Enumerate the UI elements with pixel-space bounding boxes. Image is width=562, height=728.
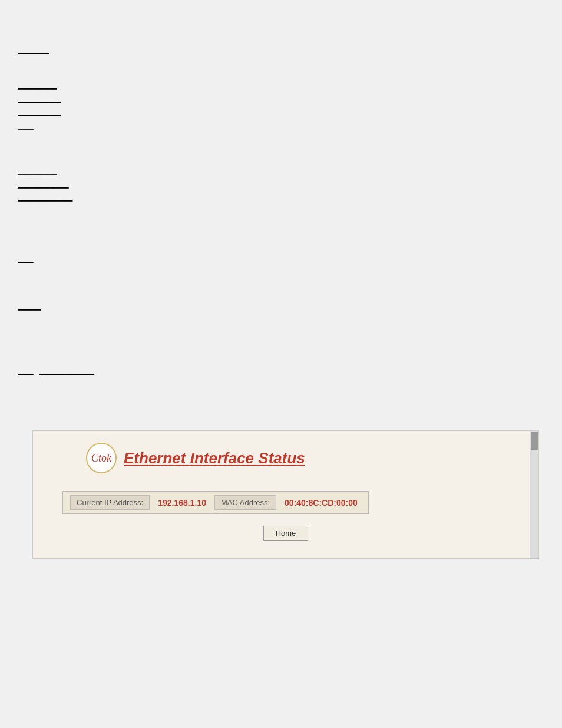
nav-link-12[interactable]: ______________ [39, 365, 94, 378]
mac-label: MAC Address: [214, 495, 276, 510]
nav-link-10[interactable]: ______ [18, 301, 41, 314]
nav-link-9[interactable]: ____ [18, 253, 34, 266]
nav-group-3: __________ _____________ ______________ [18, 165, 72, 205]
scrollbar[interactable] [530, 431, 538, 558]
nav-link-1[interactable]: ________ [18, 44, 49, 57]
nav-link-2[interactable]: __________ [18, 80, 61, 93]
panel-header: Ctok Ethernet Interface Status [51, 443, 521, 473]
ip-value: 192.168.1.10 [158, 498, 206, 508]
panel-title: Ethernet Interface Status [124, 449, 305, 467]
info-container: Current IP Address: 192.168.1.10 MAC Add… [51, 491, 521, 514]
info-row: Current IP Address: 192.168.1.10 MAC Add… [62, 491, 369, 514]
scrollbar-thumb[interactable] [531, 432, 538, 450]
logo-circle: Ctok [86, 443, 117, 473]
nav-link-7[interactable]: _____________ [18, 179, 72, 192]
nav-link-4[interactable]: ___________ [18, 106, 61, 119]
logo-text: Ctok [91, 452, 111, 465]
home-button[interactable]: Home [263, 526, 309, 541]
mac-value: 00:40:8C:CD:00:00 [285, 498, 358, 508]
nav-link-6[interactable]: __________ [18, 165, 72, 178]
nav-link-8[interactable]: ______________ [18, 192, 72, 205]
nav-link-11[interactable]: ____ [18, 365, 34, 378]
nav-group-5: ______ [18, 301, 41, 314]
page-wrapper: ________ __________ ___________ ________… [0, 0, 562, 728]
nav-group-2: __________ ___________ ___________ ____ [18, 80, 61, 132]
nav-group-6: ____ ______________ [18, 365, 94, 378]
nav-link-5[interactable]: ____ [18, 120, 61, 133]
nav-group-4: ____ [18, 253, 34, 266]
home-btn-container: Home [51, 526, 521, 541]
nav-link-3[interactable]: ___________ [18, 93, 61, 106]
main-panel: Ctok Ethernet Interface Status Current I… [32, 430, 539, 559]
nav-group-1: ________ [18, 44, 49, 57]
ip-label: Current IP Address: [70, 495, 150, 510]
